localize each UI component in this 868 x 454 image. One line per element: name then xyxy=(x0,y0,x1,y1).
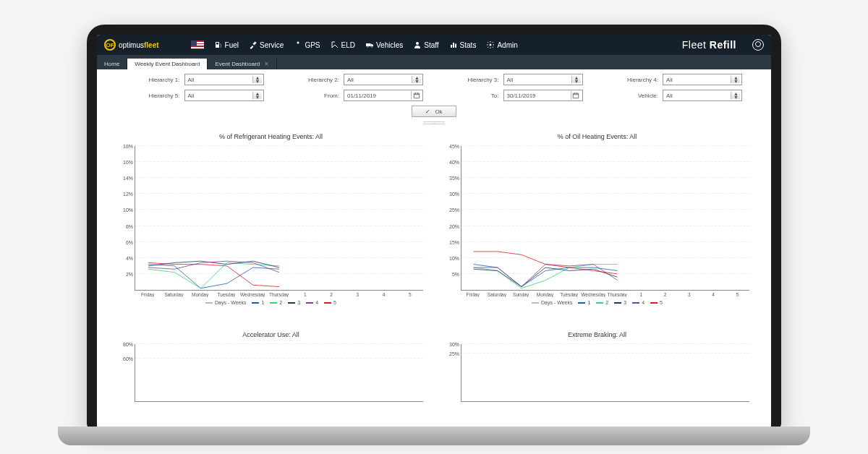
date-input[interactable]: 01/11/2019 xyxy=(344,90,423,101)
menu-fuel[interactable]: Fuel xyxy=(214,40,239,49)
calendar-icon[interactable] xyxy=(571,91,581,100)
x-tick: 4 xyxy=(702,291,726,297)
chart-1: % of Oil Heating Events: All5%10%15%20%2… xyxy=(438,127,757,318)
date-input[interactable]: 30/11/2019 xyxy=(503,90,583,101)
filter-label: Hierarchy 2: xyxy=(308,77,339,83)
select-input[interactable]: All▲▼ xyxy=(663,90,742,101)
user-avatar-icon[interactable] xyxy=(752,39,764,51)
chart-title: % of Refrigerant Heating Events: All xyxy=(114,133,427,140)
chart-plot: 60%80% xyxy=(135,344,423,402)
menu-eld[interactable]: ELD xyxy=(331,40,355,49)
legend-item: 2 xyxy=(270,300,282,305)
select-input[interactable]: All▲▼ xyxy=(184,74,264,85)
eld-icon xyxy=(331,40,339,49)
bar-group xyxy=(135,344,423,401)
bar-group xyxy=(461,344,749,401)
vehicles-icon xyxy=(365,40,374,49)
chevron-updown-icon: ▲▼ xyxy=(414,76,420,83)
svg-rect-8 xyxy=(453,43,454,48)
admin-icon xyxy=(486,40,495,49)
svg-rect-12 xyxy=(573,93,579,98)
filter-hierarchy1: Hierarchy 1:All▲▼ xyxy=(126,74,264,85)
chart-3: Extreme Braking: All25%30% xyxy=(438,325,757,415)
select-input[interactable]: All▲▼ xyxy=(184,90,264,101)
ok-row: ✓Ok xyxy=(126,106,742,117)
ok-button[interactable]: ✓Ok xyxy=(412,106,456,117)
filter-label: From: xyxy=(324,93,339,99)
product-name: Fleet Refill xyxy=(682,39,736,51)
ok-label: Ok xyxy=(435,108,442,115)
filter-hierarchy2: Hierarchy 2:All▲▼ xyxy=(286,74,424,85)
chevron-updown-icon: ▲▼ xyxy=(733,92,739,99)
x-tick: Wednesday xyxy=(581,291,605,297)
legend-item: 4 xyxy=(306,300,318,305)
x-tick: Thursday xyxy=(265,291,292,297)
menu-staff[interactable]: Staff xyxy=(413,40,438,49)
filter-vehicle: Vehicle:All▲▼ xyxy=(605,90,743,101)
tab-home[interactable]: Home xyxy=(97,59,127,69)
y-tick: 14% xyxy=(123,176,135,181)
menu-vehicles[interactable]: Vehicles xyxy=(365,40,403,49)
legend-item: 5 xyxy=(324,300,336,305)
filter-hierarchy5: Hierarchy 5:All▲▼ xyxy=(126,90,264,101)
topbar: OF optimusfleet FuelServiceGPSELDVehicle… xyxy=(97,35,771,55)
laptop-frame: OF optimusfleet FuelServiceGPSELDVehicle… xyxy=(87,25,781,429)
legend-item: 2 xyxy=(596,300,608,305)
flag-icon[interactable] xyxy=(191,40,204,49)
select-value: All xyxy=(188,77,195,83)
chevron-updown-icon: ▲▼ xyxy=(574,76,579,83)
filter-from: From:01/11/2019 xyxy=(286,90,424,101)
menu-label: Staff xyxy=(424,41,438,49)
y-tick: 10% xyxy=(123,207,135,213)
close-icon[interactable]: ✕ xyxy=(264,61,269,67)
menu-label: GPS xyxy=(305,41,320,49)
menu-gps[interactable]: GPS xyxy=(294,40,320,49)
svg-point-6 xyxy=(416,42,419,45)
select-value: All xyxy=(507,77,514,83)
tab-weekly-event-dashboard[interactable]: Weekly Event Dashboard xyxy=(127,59,208,69)
x-tick: Friday xyxy=(461,291,485,297)
filter-label: Hierarchy 1: xyxy=(148,77,179,83)
select-input[interactable]: All▲▼ xyxy=(503,74,583,85)
service-icon xyxy=(249,40,258,49)
select-value: All xyxy=(666,77,673,83)
charts-grid: % of Refrigerant Heating Events: All2%4%… xyxy=(97,124,771,429)
y-tick: 10% xyxy=(449,255,461,260)
y-tick: 30% xyxy=(449,192,461,197)
filter-hierarchy3: Hierarchy 3:All▲▼ xyxy=(445,74,583,85)
select-input[interactable]: All▲▼ xyxy=(663,74,742,85)
x-tick: 2 xyxy=(653,291,677,297)
legend-item: 1 xyxy=(578,300,590,305)
y-tick: 35% xyxy=(449,176,461,181)
y-tick: 30% xyxy=(449,342,461,347)
legend-label: Days - Weeks xyxy=(532,300,572,305)
select-input[interactable]: All▲▼ xyxy=(344,74,423,85)
menu-label: Stats xyxy=(460,41,477,49)
tab-event-dashboard[interactable]: Event Dashboard✕ xyxy=(208,59,277,69)
x-tick: Thursday xyxy=(605,291,629,297)
y-tick: 25% xyxy=(449,351,461,356)
y-tick: 40% xyxy=(449,160,461,165)
select-value: All xyxy=(666,93,673,99)
x-tick: Tuesday xyxy=(213,291,239,297)
y-tick: 80% xyxy=(123,342,135,347)
y-tick: 6% xyxy=(126,239,135,244)
legend-item: 3 xyxy=(614,300,626,305)
x-tick: Wednesday xyxy=(239,291,265,297)
main-menu: FuelServiceGPSELDVehiclesStaffStatsAdmin xyxy=(214,40,518,49)
x-tick: Tuesday xyxy=(557,291,581,297)
tab-label: Event Dashboard xyxy=(215,61,260,67)
y-tick: 8% xyxy=(126,223,135,228)
svg-point-4 xyxy=(367,46,368,48)
menu-admin[interactable]: Admin xyxy=(486,40,517,49)
calendar-icon[interactable] xyxy=(411,91,421,100)
menu-stats[interactable]: Stats xyxy=(449,40,477,49)
filter-label: Vehicle: xyxy=(638,93,658,99)
filter-label: Hierarchy 4: xyxy=(627,77,658,83)
menu-label: ELD xyxy=(341,41,355,49)
chart-title: % of Oil Heating Events: All xyxy=(441,133,754,140)
svg-point-2 xyxy=(297,42,299,44)
menu-service[interactable]: Service xyxy=(249,40,284,49)
menu-label: Vehicles xyxy=(376,41,403,49)
y-tick: 15% xyxy=(449,239,461,244)
